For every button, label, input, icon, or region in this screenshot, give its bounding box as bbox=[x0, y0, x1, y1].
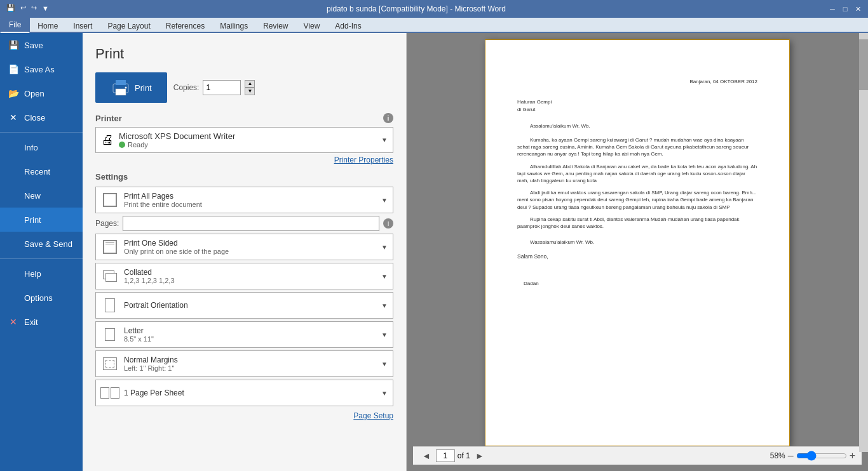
tab-file[interactable]: File bbox=[0, 17, 30, 33]
collation-dropdown[interactable]: Collated 1,2,3 1,2,3 1,2,3 ▼ bbox=[95, 263, 393, 289]
sidebar-item-save-send[interactable]: Save & Send bbox=[0, 232, 83, 256]
zoom-in-button[interactable]: + bbox=[850, 450, 855, 461]
sidebar-label-help: Help bbox=[24, 269, 41, 279]
preview-scrollbar[interactable] bbox=[859, 33, 868, 452]
collation-icon bbox=[101, 267, 119, 285]
sidebar-item-recent[interactable]: Recent bbox=[0, 159, 83, 183]
save-as-icon: 📄 bbox=[8, 63, 19, 75]
sidebar-item-close[interactable]: ✕ Close bbox=[0, 105, 83, 129]
options-icon bbox=[8, 292, 19, 303]
print-button[interactable]: Print bbox=[95, 72, 167, 103]
pages-range-row: Pages: i bbox=[95, 216, 393, 231]
pages-info-icon[interactable]: i bbox=[383, 218, 393, 229]
doc-salam: Salam Sono, bbox=[517, 253, 757, 261]
print-pages-main: Print All Pages bbox=[124, 192, 376, 201]
zoom-out-button[interactable]: – bbox=[788, 450, 794, 461]
paper-size-main: Letter bbox=[124, 326, 376, 335]
copies-input[interactable] bbox=[203, 80, 241, 95]
save-icon: 💾 bbox=[8, 39, 19, 51]
page-number-input[interactable] bbox=[436, 449, 455, 462]
new-icon bbox=[8, 190, 19, 201]
collation-arrow: ▼ bbox=[381, 273, 388, 280]
help-icon bbox=[8, 268, 19, 279]
margins-main: Normal Margins bbox=[124, 355, 376, 364]
preview-toolbar: ◄ of 1 ► 58% – + bbox=[413, 446, 862, 465]
collation-main: Collated bbox=[124, 268, 376, 277]
printer-label-text: Printer bbox=[95, 114, 122, 123]
copies-spinner: ▲ ▼ bbox=[245, 80, 255, 95]
quick-save-icon[interactable]: 💾 bbox=[5, 3, 17, 13]
margins-dropdown[interactable]: Normal Margins Left: 1" Right: 1" ▼ bbox=[95, 350, 393, 377]
paper-size-sub: 8.5" x 11" bbox=[124, 335, 376, 343]
next-page-button[interactable]: ► bbox=[473, 451, 487, 461]
sidebar-item-open[interactable]: 📂 Open bbox=[0, 81, 83, 105]
save-send-icon bbox=[8, 238, 19, 249]
paper-size-dropdown[interactable]: Letter 8.5" x 11" ▼ bbox=[95, 321, 393, 348]
redo-icon[interactable]: ↪ bbox=[30, 3, 38, 13]
zoom-slider[interactable] bbox=[796, 451, 847, 461]
close-window-button[interactable]: ✕ bbox=[853, 4, 863, 14]
printer-info-icon[interactable]: i bbox=[383, 113, 393, 123]
print-heading: Print bbox=[95, 46, 393, 62]
svg-point-3 bbox=[125, 87, 127, 89]
copies-decrement[interactable]: ▼ bbox=[245, 88, 255, 95]
orientation-dropdown[interactable]: Portrait Orientation ▼ bbox=[95, 292, 393, 319]
page-setup-link[interactable]: Page Setup bbox=[95, 411, 393, 420]
sidebar-item-save-as[interactable]: 📄 Save As bbox=[0, 57, 83, 81]
tab-review[interactable]: Review bbox=[255, 19, 295, 33]
undo-icon[interactable]: ↩ bbox=[19, 3, 27, 13]
sidebar-divider-1 bbox=[0, 132, 83, 133]
tab-page-layout[interactable]: Page Layout bbox=[100, 19, 158, 33]
scrollbar-thumb[interactable] bbox=[859, 39, 868, 90]
sidebar-item-print[interactable]: Print bbox=[0, 208, 83, 232]
pps-icon bbox=[101, 384, 119, 402]
printer-properties-link[interactable]: Printer Properties bbox=[95, 156, 393, 164]
sidebar-item-help[interactable]: Help bbox=[0, 262, 83, 286]
sidebar-item-save[interactable]: 💾 Save bbox=[0, 33, 83, 57]
printer-status-dot bbox=[119, 142, 125, 148]
document-preview: Banjaran, 04 OKTOBER 2012 Haturan Gempi … bbox=[485, 39, 790, 446]
print-sides-dropdown[interactable]: Print One Sided Only print on one side o… bbox=[95, 234, 393, 260]
printer-status: Ready bbox=[128, 141, 148, 149]
sidebar-label-print: Print bbox=[24, 215, 41, 225]
margins-icon bbox=[101, 355, 119, 373]
print-button-label: Print bbox=[135, 83, 152, 93]
sidebar-item-new[interactable]: New bbox=[0, 183, 83, 208]
sidebar-label-save-send: Save & Send bbox=[24, 239, 72, 249]
doc-closing: Wassalamu'alaikum Wr. Wb. bbox=[530, 239, 757, 246]
print-pages-dropdown[interactable]: Print All Pages Print the entire documen… bbox=[95, 187, 393, 213]
window-controls: ─ □ ✕ bbox=[827, 4, 863, 14]
tab-insert[interactable]: Insert bbox=[65, 19, 100, 33]
tab-view[interactable]: View bbox=[296, 19, 328, 33]
printer-selector[interactable]: 🖨 Microsoft XPS Document Writer Ready ▼ bbox=[95, 127, 393, 153]
doc-greeting-text: Assalamu'alaikum Wr. Wb. bbox=[530, 123, 590, 129]
dropdown-icon[interactable]: ▼ bbox=[41, 3, 50, 13]
maximize-button[interactable]: □ bbox=[840, 4, 850, 14]
printer-name: Microsoft XPS Document Writer bbox=[119, 131, 235, 141]
page-navigation: ◄ of 1 ► bbox=[419, 449, 487, 462]
doc-date: Banjaran, 04 OKTOBER 2012 bbox=[517, 78, 757, 86]
sidebar-item-options[interactable]: Options bbox=[0, 286, 83, 310]
prev-page-button[interactable]: ◄ bbox=[419, 451, 433, 461]
margins-sub: Left: 1" Right: 1" bbox=[124, 364, 376, 372]
svg-rect-2 bbox=[116, 89, 126, 95]
sidebar-item-exit[interactable]: ✕ Exit bbox=[0, 310, 83, 334]
copies-increment[interactable]: ▲ bbox=[245, 80, 255, 88]
sidebar-label-exit: Exit bbox=[24, 317, 38, 327]
tab-references[interactable]: References bbox=[158, 19, 212, 33]
minimize-button[interactable]: ─ bbox=[827, 4, 837, 14]
doc-recipient: Haturan Gempi di Garut bbox=[517, 98, 757, 114]
print-sides-sub: Only print on one side of the page bbox=[124, 248, 376, 255]
pages-per-sheet-dropdown[interactable]: 1 Page Per Sheet ▼ bbox=[95, 380, 393, 406]
print-sidebar-icon bbox=[8, 214, 19, 225]
tab-add-ins[interactable]: Add-Ins bbox=[327, 19, 369, 33]
sidebar-item-info[interactable]: Info bbox=[0, 135, 83, 159]
doc-closing-text: Wassalamu'alaikum Wr. Wb. bbox=[530, 239, 594, 245]
quick-access-toolbar: 💾 ↩ ↪ ▼ bbox=[5, 3, 50, 13]
sidebar-divider-2 bbox=[0, 258, 83, 259]
pages-range-input[interactable] bbox=[123, 216, 379, 231]
tab-mailings[interactable]: Mailings bbox=[212, 19, 255, 33]
preview-area: Banjaran, 04 OKTOBER 2012 Haturan Gempi … bbox=[407, 33, 868, 471]
tab-home[interactable]: Home bbox=[30, 19, 65, 33]
orientation-main: Portrait Orientation bbox=[124, 301, 376, 310]
